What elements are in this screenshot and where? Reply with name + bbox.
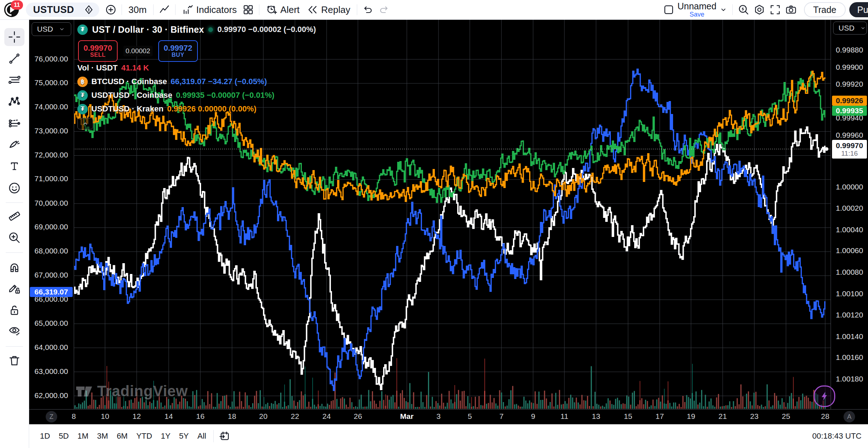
tool-emoji[interactable] [4,179,24,197]
time-axis[interactable]: Z A 8101214161820222426Mar35791113151719… [29,409,868,424]
range-5y[interactable]: 5Y [175,429,193,443]
go-to-date-button[interactable] [217,428,232,444]
right-price-label: 0.99900 [831,63,868,72]
chart-area: USD 76,000.0075,000.0074,000.0073,000.00… [29,19,868,424]
toolbar-divider [122,4,122,15]
tool-hide-all-drawings[interactable] [4,322,24,340]
legend-row[interactable]: ₮USDTUSD · Kraken0.99926 0.00000 (0.00%) [77,102,316,116]
watchlist-toggle-button[interactable] [661,2,677,18]
chevron-down-icon [719,5,728,14]
timezone-button[interactable]: Z [46,411,57,422]
usdt-icon: ₮ [77,90,88,101]
range-3m[interactable]: 3M [93,429,113,443]
legend-collapse-button[interactable] [77,118,93,129]
legend-row-label: USDTUSD · Coinbase [91,91,172,100]
quick-search-button[interactable] [736,2,751,18]
btc-last-price-badge: 66,319.07 [30,287,73,297]
range-all[interactable]: All [193,429,210,443]
time-tick-label: 24 [322,412,331,421]
settings-button[interactable] [751,2,767,18]
left-axis-currency-dropdown[interactable]: USD [32,22,71,36]
legend-row-value: 0.99935 −0.00007 (−0.01%) [176,91,274,100]
watermark-text: TradingView [97,383,188,400]
time-tick-label: 3 [436,412,441,421]
interval-button[interactable]: 30m [125,2,150,18]
range-ytd[interactable]: YTD [132,429,156,443]
right-price-label: 1.00100 [831,289,868,298]
alert-button[interactable]: Alert [262,2,303,18]
xabcd-pattern-icon [8,95,21,108]
indicators-button[interactable]: Indicators [178,2,241,18]
symbol-search[interactable]: USTUSD [26,3,99,17]
alert-label: Alert [280,4,299,15]
tool-zoom-in[interactable] [4,229,24,247]
trade-panel: 0.99970 SELL 0.00002 0.99972 BUY [78,41,316,61]
range-1d[interactable]: 1D [36,429,54,443]
range-1m[interactable]: 1M [73,429,93,443]
buy-button[interactable]: 0.99972 BUY [158,40,198,62]
tool-measure[interactable] [4,207,24,225]
range-6m[interactable]: 6M [112,429,132,443]
publish-button[interactable]: Pu [849,2,868,17]
tool-xabcd-pattern[interactable] [4,92,24,110]
notification-badge[interactable]: 11 [11,0,23,10]
main-symbol-values: 0.99970 −0.00002 (−0.00%) [217,25,316,34]
time-tick-label: 17 [655,412,664,421]
stay-in-drawing-mode-icon [8,282,21,295]
time-tick-label: 8 [72,412,76,421]
tool-remove-all-drawings[interactable] [4,352,24,370]
layout-chevron-button[interactable] [717,2,730,18]
last-price-marker [825,147,828,151]
tool-crosshair[interactable] [4,28,24,46]
left-price-label: 64,000.00 [29,343,74,352]
clock-utc[interactable]: 00:18:43 UTC [812,431,862,441]
tool-lock-all-drawings[interactable] [4,301,24,319]
left-price-axis[interactable]: USD 76,000.0075,000.0074,000.0073,000.00… [29,19,74,410]
fullscreen-button[interactable] [767,2,783,18]
undo-button[interactable] [360,2,376,18]
replay-label: Replay [321,4,350,15]
right-price-label: 1.00000 [831,183,868,191]
trade-button[interactable]: Trade [804,2,846,17]
time-tick-label: 28 [821,412,829,421]
tool-fib-retracement[interactable] [4,71,24,89]
crosshair-icon [8,31,21,44]
save-button[interactable]: Save [690,11,704,18]
screenshot-button[interactable] [783,2,799,18]
main-symbol-legend[interactable]: ₮ UST / Dollar · 30 · Bitfinex 0.99970 −… [77,23,316,36]
legend-row[interactable]: ₮USDTUSD · Coinbase0.99935 −0.00007 (−0.… [77,88,316,102]
axis-settings-button[interactable]: A [844,411,855,422]
sell-button[interactable]: 0.99970 SELL [78,40,118,62]
redo-button[interactable] [376,2,392,18]
chevron-down-icon [859,24,867,32]
time-tick-label: 26 [354,412,362,421]
broker-logo[interactable]: 11 [2,1,21,18]
tool-magnet[interactable] [4,258,24,276]
right-price-axis[interactable]: USD 0.998800.999000.999200.999400.999601… [831,19,868,410]
forecast-icon [8,116,21,129]
range-1y[interactable]: 1Y [156,429,175,443]
trend-line-icon [8,52,21,65]
legend-row[interactable]: ฿BTCUSD · Coinbase66,319.07 −34.27 (−0.0… [77,75,316,88]
right-axis-currency-dropdown[interactable]: USD [833,22,867,35]
left-price-label: 70,000.00 [29,199,74,207]
legend-row[interactable]: Vol · USDT41.14 K [77,61,316,75]
layout-grid-button[interactable] [240,2,256,18]
tool-forecast[interactable] [4,114,24,132]
chart-style-button[interactable] [156,2,172,18]
gear-icon [754,4,765,15]
tradingview-app: 11 USTUSD 30m Indicators Alert Replay [0,0,868,448]
undo-icon [363,4,373,15]
flag-symbol-icon[interactable] [83,4,94,15]
tool-text[interactable] [4,157,24,175]
tool-stay-in-drawing-mode[interactable] [4,280,24,298]
tool-brush[interactable] [4,136,24,154]
compare-add-button[interactable] [103,2,119,18]
range-5d[interactable]: 5D [54,429,73,443]
layout-name-menu[interactable]: Unnamed Save [677,1,716,18]
replay-button[interactable]: Replay [303,2,354,18]
buy-price: 0.99972 [164,44,192,52]
tool-trend-line[interactable] [4,50,24,68]
market-status-icon[interactable] [208,27,213,32]
fullscreen-icon [769,4,781,15]
